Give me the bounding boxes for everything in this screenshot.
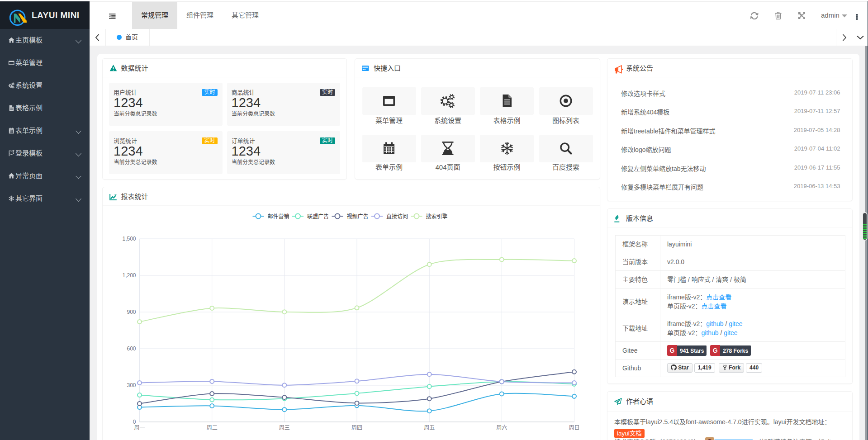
svg-text:周日: 周日 [569, 425, 579, 431]
svg-text:900: 900 [127, 309, 136, 315]
svg-text:联盟广告: 联盟广告 [307, 213, 329, 220]
svg-text:邮件营销: 邮件营销 [267, 213, 289, 220]
svg-text:1,500: 1,500 [122, 236, 136, 242]
svg-text:0: 0 [133, 419, 136, 425]
svg-text:周四: 周四 [351, 425, 362, 431]
svg-text:周一: 周一 [134, 425, 145, 431]
svg-text:1,200: 1,200 [122, 272, 136, 279]
svg-text:周三: 周三 [279, 425, 289, 431]
svg-text:搜索引擎: 搜索引擎 [426, 213, 447, 220]
svg-text:视频广告: 视频广告 [346, 213, 368, 220]
svg-text:周五: 周五 [424, 425, 435, 431]
svg-text:周六: 周六 [496, 425, 507, 431]
svg-text:直接访问: 直接访问 [386, 213, 408, 220]
svg-text:周二: 周二 [206, 425, 217, 431]
svg-text:300: 300 [127, 382, 136, 388]
svg-text:600: 600 [127, 345, 136, 352]
